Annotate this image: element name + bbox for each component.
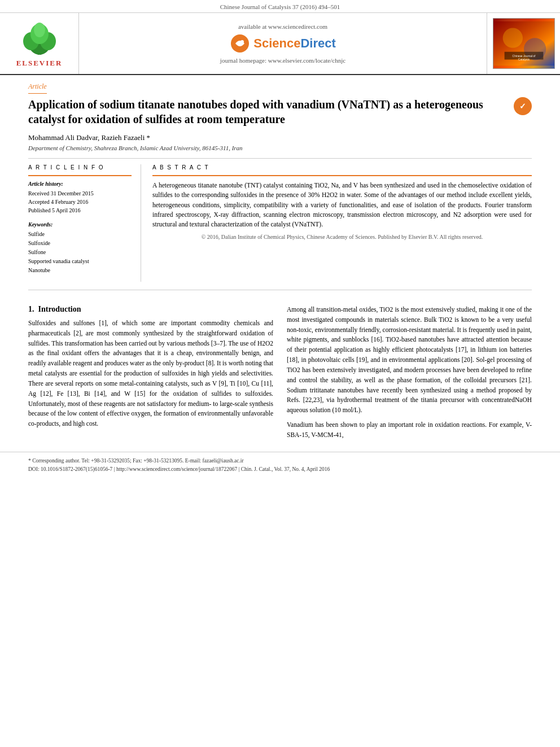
keyword-2: Sulfoxide xyxy=(28,239,132,248)
received-date: Received 31 December 2015 xyxy=(28,189,132,198)
introduction-title: 1. Introduction xyxy=(28,305,273,314)
crossmark-badge: ✓ xyxy=(514,97,532,115)
catalysis-logo-area: Chinese Journal of Catalysis xyxy=(487,13,560,74)
elsevier-wordmark: ELSEVIER xyxy=(16,59,63,68)
sciencedirect-text: ScienceDirect xyxy=(253,36,336,51)
svg-text:✓: ✓ xyxy=(519,102,526,111)
article-info-section-label: A R T I C L E I N F O xyxy=(28,164,132,171)
sciencedirect-center: available at www.sciencedirect.com Scien… xyxy=(79,13,487,74)
article-info-divider xyxy=(28,175,132,176)
svg-text:Chinese Journal of: Chinese Journal of xyxy=(512,55,535,58)
abstract-paragraph: A heterogeneous titanate nanotube (TNT) … xyxy=(152,181,532,229)
history-label: Article history: xyxy=(28,181,132,187)
journal-title: Chinese Journal of Catalysis 37 (2016) 4… xyxy=(220,3,340,10)
catalysis-cover-image: Chinese Journal of Catalysis xyxy=(493,18,555,69)
elsevier-logo-area: ELSEVIER xyxy=(0,13,79,74)
keywords-list: Sulfide Sulfoxide Sulfone Supported vana… xyxy=(28,230,132,275)
introduction-paragraph-1: Sulfoxides and sulfones [1], of which so… xyxy=(28,318,273,429)
abstract-column: A B S T R A C T A heterogeneous titanate… xyxy=(152,164,532,282)
introduction-paragraph-3: Vanadium has been shown to play an impor… xyxy=(287,420,532,440)
introduction-paragraph-2: Among all transition-metal oxides, TiO2 … xyxy=(287,305,532,416)
published-date: Published 5 April 2016 xyxy=(28,206,132,215)
journal-homepage-text: journal homepage: www.elsevier.com/locat… xyxy=(220,57,345,64)
svg-point-7 xyxy=(240,40,244,43)
crossmark-icon: ✓ xyxy=(514,97,532,115)
authors: Mohammad Ali Dadvar, Razieh Fazaeli * xyxy=(28,133,532,142)
svg-point-5 xyxy=(34,23,45,37)
svg-text:Catalysis: Catalysis xyxy=(518,58,530,61)
article-title: Application of sodium titanate nanotubes… xyxy=(28,98,483,125)
abstract-divider xyxy=(152,175,532,176)
keywords-subsection: Keywords: Sulfide Sulfoxide Sulfone Supp… xyxy=(28,221,132,275)
sciencedirect-icon xyxy=(230,33,250,54)
page-footer: * Corresponding author. Tel: +98-31-5329… xyxy=(0,452,560,478)
available-text: available at www.sciencedirect.com xyxy=(238,23,327,30)
corresponding-author-note: * Corresponding author. Tel: +98-31-5329… xyxy=(28,457,532,465)
sciencedirect-logo: ScienceDirect xyxy=(230,33,336,54)
article-section: Article Application of sodium titanate n… xyxy=(0,75,560,290)
body-right-column: Among all transition-metal oxides, TiO2 … xyxy=(287,305,532,445)
abstract-section-label: A B S T R A C T xyxy=(152,164,532,171)
affiliation: Department of Chemistry, Shahreza Branch… xyxy=(28,145,532,151)
keyword-4: Supported vanadia catalyst xyxy=(28,257,132,266)
abstract-text: A heterogeneous titanate nanotube (TNT) … xyxy=(152,181,532,229)
article-type-label: Article xyxy=(28,82,47,94)
article-info-column: A R T I C L E I N F O Article history: R… xyxy=(28,164,141,282)
keyword-3: Sulfone xyxy=(28,248,132,257)
keyword-1: Sulfide xyxy=(28,230,132,239)
keywords-label: Keywords: xyxy=(28,221,132,228)
doi-line: DOI: 10.1016/S1872-2067(15)61056-7 | htt… xyxy=(28,465,532,474)
svg-point-9 xyxy=(502,28,522,48)
body-columns: 1. Introduction Sulfoxides and sulfones … xyxy=(28,305,532,445)
title-divider xyxy=(28,158,532,159)
history-subsection: Article history: Received 31 December 20… xyxy=(28,181,132,215)
journal-header: Chinese Journal of Catalysis 37 (2016) 4… xyxy=(0,0,560,13)
body-left-column: 1. Introduction Sulfoxides and sulfones … xyxy=(28,305,273,445)
body-content: 1. Introduction Sulfoxides and sulfones … xyxy=(0,296,560,452)
info-abstract-columns: A R T I C L E I N F O Article history: R… xyxy=(28,164,532,282)
publisher-banner: ELSEVIER available at www.sciencedirect.… xyxy=(0,13,560,75)
article-title-container: Application of sodium titanate nanotubes… xyxy=(28,97,532,126)
elsevier-tree-icon xyxy=(14,20,65,56)
abstract-body-divider xyxy=(28,290,532,290)
copyright-line: © 2016, Dalian Institute of Chemical Phy… xyxy=(152,234,532,240)
keyword-5: Nanotube xyxy=(28,266,132,275)
accepted-date: Accepted 4 February 2016 xyxy=(28,198,132,206)
